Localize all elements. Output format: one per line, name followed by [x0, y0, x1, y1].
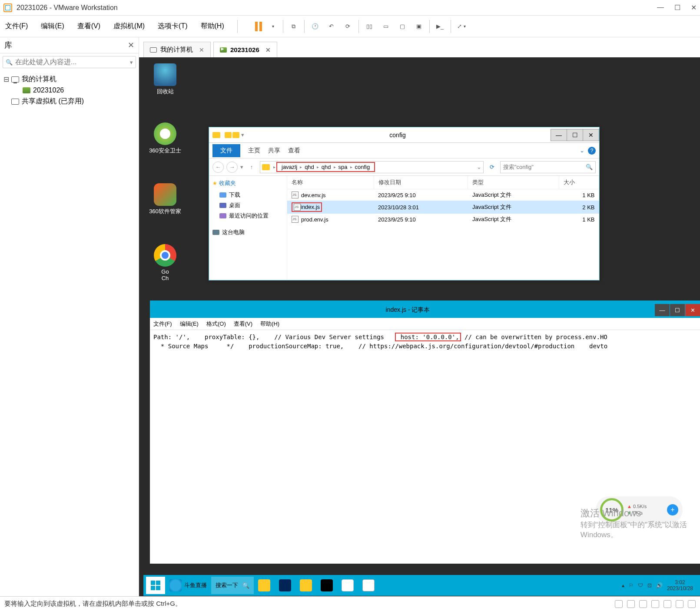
dev-printer-icon[interactable] [676, 600, 683, 608]
tray-flag-icon[interactable]: ⚐ [629, 582, 634, 588]
maximize-button[interactable]: ☐ [674, 3, 680, 12]
view-unity-icon[interactable]: ▣ [413, 20, 425, 33]
nav-forward[interactable]: → [226, 162, 238, 173]
col-name[interactable]: 名称 [287, 176, 374, 189]
explorer-search[interactable]: 🔍 [500, 161, 596, 173]
search-dropdown-icon[interactable]: ▾ [130, 59, 133, 66]
start-button[interactable] [146, 577, 165, 594]
nav-history-dropdown[interactable]: ▾ [240, 164, 243, 170]
np-menu-help[interactable]: 帮助(H) [260, 320, 279, 328]
device-icons[interactable] [615, 600, 696, 608]
file-row[interactable]: prod.env.js2023/9/25 9:10JavaScript 文件1 … [287, 214, 599, 225]
snapshot-revert-icon[interactable]: ↶ [325, 20, 338, 33]
tray-network-icon[interactable]: ⊡ [647, 582, 652, 588]
view-single-icon[interactable]: ▯▯ [363, 20, 375, 33]
file-row[interactable]: dev.env.js2023/9/25 9:10JavaScript 文件1 K… [287, 189, 599, 201]
menu-file[interactable]: 文件(F) [5, 22, 28, 31]
guest-screen[interactable]: 回收站 360安全卫士 360软件管家 Go Ch ▾ [139, 57, 700, 596]
menu-help[interactable]: 帮助(H) [201, 22, 224, 31]
tray-up-icon[interactable]: ▴ [622, 582, 624, 588]
np-menu-edit[interactable]: 编辑(E) [180, 320, 199, 328]
desktop-360-safe[interactable]: 360安全卫士 [148, 122, 182, 155]
ribbon-view[interactable]: 查看 [288, 147, 300, 155]
dev-hdd-icon[interactable] [615, 600, 623, 608]
explorer-close[interactable]: ✕ [583, 129, 599, 141]
menu-view[interactable]: 查看(V) [77, 22, 100, 31]
menu-vm[interactable]: 虚拟机(M) [113, 22, 145, 31]
explorer-minimize[interactable]: — [551, 129, 567, 141]
taskbar-taskmgr[interactable] [254, 577, 275, 594]
nav-downloads[interactable]: 下载 [212, 190, 283, 200]
nav-desktop[interactable]: 桌面 [212, 200, 283, 211]
explorer-window[interactable]: ▾ config — ☐ ✕ 文件 主页 共享 查看 ⌄ ? [209, 127, 600, 281]
enter-fullscreen-icon[interactable]: ▶_ [434, 20, 446, 33]
menu-tabs[interactable]: 选项卡(T) [158, 22, 187, 31]
qat-dropdown-icon[interactable]: ▾ [241, 132, 244, 138]
file-row[interactable]: index.js2023/10/28 3:01JavaScript 文件2 KB [287, 201, 599, 214]
taskbar-java[interactable] [337, 577, 358, 594]
tab-my-computer[interactable]: 我的计算机 ✕ [143, 42, 211, 57]
menu-edit[interactable]: 编辑(E) [41, 22, 64, 31]
taskbar-powershell[interactable] [275, 577, 295, 594]
taskbar-cmd[interactable] [316, 577, 337, 594]
np-menu-format[interactable]: 格式(O) [206, 320, 226, 328]
dev-net-icon[interactable] [639, 600, 647, 608]
ribbon-expand-icon[interactable]: ⌄ [580, 147, 584, 154]
np-menu-view[interactable]: 查看(V) [234, 320, 252, 328]
desktop-recycle-bin[interactable]: 回收站 [148, 63, 182, 96]
ribbon-home[interactable]: 主页 [248, 147, 260, 155]
notepad-text-area[interactable]: Path: '/', proxyTable: {}, // Various De… [150, 330, 700, 353]
dev-display-icon[interactable] [688, 600, 696, 608]
np-menu-file[interactable]: 文件(F) [153, 320, 172, 328]
minimize-button[interactable]: — [657, 3, 664, 12]
library-close-icon[interactable]: ✕ [128, 40, 134, 50]
library-search-input[interactable] [15, 58, 130, 66]
nav-back[interactable]: ← [212, 162, 224, 173]
tab-20231026[interactable]: 20231026 ✕ [213, 42, 277, 57]
tree-shared-vms[interactable]: 共享虚拟机 (已弃用) [3, 96, 135, 107]
explorer-maximize[interactable]: ☐ [567, 129, 583, 141]
library-search[interactable]: 🔍 ▾ [3, 56, 136, 68]
notepad-minimize[interactable]: — [655, 304, 670, 316]
nav-up[interactable]: ↑ [246, 162, 257, 173]
nav-favorites[interactable]: 收藏夹 [212, 179, 283, 187]
pause-vm-button[interactable] [255, 22, 262, 31]
tree-my-computer[interactable]: ⊟ 我的计算机 [3, 73, 135, 85]
notepad-maximize[interactable]: ☐ [670, 304, 685, 316]
tray-shield-icon[interactable]: 🛡 [638, 582, 643, 588]
power-dropdown[interactable] [266, 20, 279, 33]
ribbon-file[interactable]: 文件 [212, 144, 240, 157]
tray-clock[interactable]: 3:02 2023/10/28 [667, 579, 693, 592]
nav-this-pc[interactable]: 这台电脑 [212, 227, 283, 238]
ribbon-share[interactable]: 共享 [268, 147, 280, 155]
system-tray[interactable]: ▴ ⚐ 🛡 ⊡ 🔊 3:02 2023/10/28 [622, 579, 697, 592]
nav-refresh[interactable]: ⟳ [486, 162, 498, 173]
taskbar-notepad[interactable] [358, 577, 379, 594]
desktop-chrome[interactable]: Go Ch [148, 244, 182, 281]
desktop-360-software[interactable]: 360软件管家 [148, 183, 182, 215]
snapshot-take-icon[interactable]: 🕐 [309, 20, 321, 33]
col-size[interactable]: 大小 [559, 176, 599, 189]
quick-access-icons[interactable] [225, 132, 239, 138]
taskbar-search[interactable]: 搜索一下🔍 [211, 577, 254, 594]
taskbar-explorer[interactable] [295, 577, 316, 594]
tree-vm-20231026[interactable]: 20231026 [3, 85, 135, 96]
snapshot-button[interactable]: ⧉ [288, 20, 300, 33]
stretch-dropdown[interactable]: ⤢ [455, 20, 468, 33]
view-thumbnail-icon[interactable]: ▢ [396, 20, 408, 33]
snapshot-manage-icon[interactable]: ⟳ [342, 20, 354, 33]
dev-sound-icon[interactable] [664, 600, 671, 608]
path-dropdown-icon[interactable]: ⌄ [477, 164, 481, 170]
nav-recent[interactable]: 最近访问的位置 [212, 211, 283, 221]
col-type[interactable]: 类型 [468, 176, 559, 189]
view-console-icon[interactable]: ▭ [380, 20, 392, 33]
col-date[interactable]: 修改日期 [374, 176, 468, 189]
close-button[interactable]: ✕ [691, 3, 697, 12]
help-icon[interactable]: ? [588, 147, 596, 155]
taskbar-ie[interactable]: 斗鱼直播 [165, 577, 211, 594]
notepad-close[interactable]: ✕ [685, 304, 700, 316]
tab-close-icon[interactable]: ✕ [265, 46, 271, 53]
address-bar[interactable]: ▸ javazlj▸ qhd▸ qhd▸ spa▸ config ⌄ [260, 161, 484, 173]
tray-volume-icon[interactable]: 🔊 [656, 582, 663, 588]
tab-close-icon[interactable]: ✕ [199, 46, 204, 53]
